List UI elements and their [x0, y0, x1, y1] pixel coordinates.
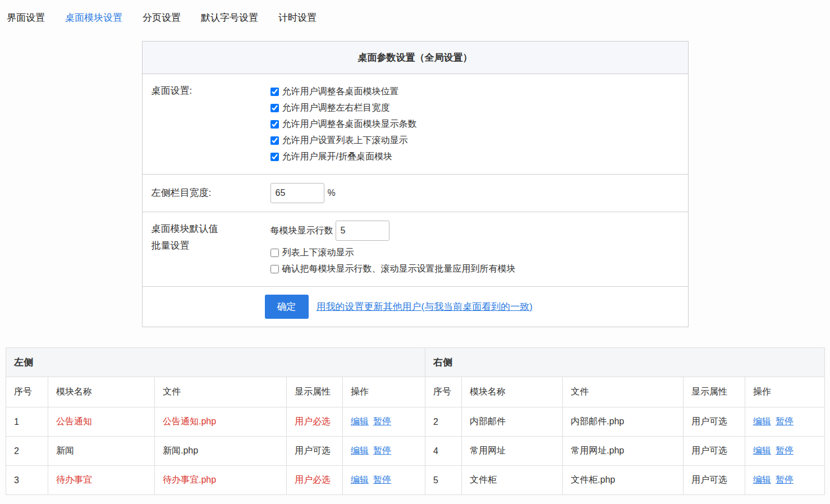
allow-adjust-column-width-checkbox[interactable] [270, 104, 279, 112]
update-other-users-link[interactable]: 用我的设置更新其他用户(与我当前桌面看到的一致) [317, 300, 533, 313]
row-number: 1 [6, 407, 48, 437]
panel-actions-row: 确定 用我的设置更新其他用户(与我当前桌面看到的一致) [143, 287, 688, 327]
edit-link[interactable]: 编辑 [753, 446, 771, 455]
pause-link[interactable]: 暂停 [776, 416, 794, 426]
display-attr: 用户必选 [287, 466, 343, 495]
option-list-scroll[interactable]: 列表上下滚动显示 [270, 245, 679, 260]
col-actions: 操作 [745, 377, 825, 407]
actions-cell: 编辑暂停 [343, 437, 425, 466]
pause-link[interactable]: 暂停 [373, 446, 391, 455]
edit-link[interactable]: 编辑 [351, 475, 369, 484]
option-allow-adjust-row-count[interactable]: 允许用户调整各桌面模块显示条数 [270, 117, 679, 131]
rows-per-module-label: 每模块显示行数 [270, 225, 333, 237]
option-label: 允许用户展开/折叠桌面模块 [282, 149, 392, 164]
settings-tab-bar: 界面设置 桌面模块设置 分页设置 默认字号设置 计时设置 [0, 0, 830, 33]
allow-scroll-display-checkbox[interactable] [270, 136, 279, 145]
allow-collapse-modules-checkbox[interactable] [270, 153, 279, 161]
actions-cell: 编辑暂停 [745, 407, 825, 437]
pause-link[interactable]: 暂停 [373, 475, 391, 484]
col-actions: 操作 [343, 377, 425, 407]
desktop-settings-panel: 桌面参数设置（全局设置） 桌面设置: 允许用户调整各桌面模块位置 允许用户调整左… [142, 41, 689, 327]
table-row: 3 待办事宜 待办事宜.php 用户必选 编辑暂停 5 文件柜 文件柜.php … [6, 466, 825, 495]
module-name: 公告通知 [48, 407, 155, 437]
left-width-label: 左侧栏目宽度: [143, 185, 270, 201]
row-number: 2 [6, 437, 48, 466]
batch-defaults-label: 桌面模块默认值 批量设置 [143, 221, 270, 278]
left-width-input[interactable] [270, 183, 324, 203]
desktop-modules-table: 左侧 右侧 序号 模块名称 文件 显示属性 操作 序号 模块名称 文件 显示属性… [6, 347, 825, 495]
module-name: 常用网址 [462, 437, 563, 466]
actions-cell: 编辑暂停 [343, 407, 425, 437]
display-attr: 用户必选 [287, 407, 343, 437]
actions-cell: 编辑暂停 [343, 466, 425, 495]
col-no: 序号 [425, 377, 462, 407]
batch-label-line2: 批量设置 [152, 237, 270, 254]
display-attr: 用户可选 [684, 407, 745, 437]
pause-link[interactable]: 暂停 [373, 416, 391, 426]
module-file: 待办事宜.php [155, 466, 287, 495]
batch-defaults-row: 桌面模块默认值 批量设置 每模块显示行数 列表上下滚动显示 确认把每模块显示行数… [143, 212, 688, 287]
left-column-width-row: 左侧栏目宽度: % [143, 175, 688, 212]
option-apply-to-all-modules[interactable]: 确认把每模块显示行数、滚动显示设置批量应用到所有模块 [270, 262, 679, 276]
row-number: 2 [425, 407, 462, 437]
tab-default-font-settings[interactable]: 默认字号设置 [201, 11, 258, 24]
edit-link[interactable]: 编辑 [351, 446, 369, 455]
confirm-button[interactable]: 确定 [265, 295, 309, 319]
actions-cell: 编辑暂停 [745, 466, 825, 495]
row-number: 4 [425, 437, 462, 466]
desktop-settings-label: 桌面设置: [143, 83, 270, 166]
allow-move-modules-checkbox[interactable] [270, 88, 279, 96]
table-row: 1 公告通知 公告通知.php 用户必选 编辑暂停 2 内部邮件 内部邮件.ph… [6, 407, 825, 437]
module-file: 常用网址.php [563, 437, 684, 466]
display-attr: 用户可选 [684, 437, 745, 466]
batch-label-line1: 桌面模块默认值 [152, 221, 270, 237]
rows-per-module-input[interactable] [336, 221, 389, 241]
col-module-name: 模块名称 [462, 377, 563, 407]
tab-timer-settings[interactable]: 计时设置 [278, 11, 317, 24]
pause-link[interactable]: 暂停 [776, 475, 794, 484]
right-table-title: 右侧 [425, 348, 825, 377]
module-file: 公告通知.php [155, 407, 287, 437]
tab-interface-settings[interactable]: 界面设置 [7, 11, 45, 24]
col-file: 文件 [155, 377, 287, 407]
tab-desktop-module-settings[interactable]: 桌面模块设置 [65, 11, 122, 24]
option-label: 允许用户调整各桌面模块位置 [282, 84, 399, 99]
option-label: 确认把每模块显示行数、滚动显示设置批量应用到所有模块 [282, 262, 516, 276]
display-attr: 用户可选 [684, 466, 745, 495]
module-name: 内部邮件 [462, 407, 563, 437]
tab-paging-settings[interactable]: 分页设置 [143, 11, 181, 24]
option-allow-adjust-column-width[interactable]: 允许用户调整左右栏目宽度 [270, 100, 679, 115]
table-group-header: 左侧 右侧 [6, 348, 825, 377]
module-name: 新闻 [48, 437, 155, 466]
col-file: 文件 [563, 377, 684, 407]
display-attr: 用户可选 [287, 437, 343, 466]
actions-cell: 编辑暂停 [745, 437, 825, 466]
option-label: 列表上下滚动显示 [282, 245, 354, 260]
edit-link[interactable]: 编辑 [351, 416, 369, 426]
list-scroll-checkbox[interactable] [270, 249, 279, 257]
option-allow-move-modules[interactable]: 允许用户调整各桌面模块位置 [270, 84, 679, 99]
desktop-settings-row: 桌面设置: 允许用户调整各桌面模块位置 允许用户调整左右栏目宽度 允许用户调整各… [143, 74, 688, 175]
col-no: 序号 [6, 377, 48, 407]
module-name: 文件柜 [462, 466, 563, 495]
allow-adjust-row-count-checkbox[interactable] [270, 120, 279, 129]
option-allow-scroll-display[interactable]: 允许用户设置列表上下滚动显示 [270, 133, 679, 148]
option-label: 允许用户调整左右栏目宽度 [282, 100, 390, 115]
apply-to-all-modules-checkbox[interactable] [270, 265, 279, 273]
module-file: 文件柜.php [563, 466, 684, 495]
row-number: 5 [425, 466, 462, 495]
pause-link[interactable]: 暂停 [776, 446, 794, 455]
option-label: 允许用户调整各桌面模块显示条数 [282, 117, 417, 131]
edit-link[interactable]: 编辑 [753, 416, 771, 426]
option-allow-collapse-modules[interactable]: 允许用户展开/折叠桌面模块 [270, 149, 679, 164]
left-table-title: 左侧 [6, 348, 425, 377]
col-display-attr: 显示属性 [287, 377, 343, 407]
module-file: 内部邮件.php [563, 407, 684, 437]
module-name: 待办事宜 [48, 466, 155, 495]
col-display-attr: 显示属性 [684, 377, 745, 407]
panel-title: 桌面参数设置（全局设置） [143, 42, 688, 74]
table-column-header: 序号 模块名称 文件 显示属性 操作 序号 模块名称 文件 显示属性 操作 [6, 377, 825, 407]
edit-link[interactable]: 编辑 [753, 475, 771, 484]
percent-unit: % [328, 188, 336, 198]
option-label: 允许用户设置列表上下滚动显示 [282, 133, 408, 148]
